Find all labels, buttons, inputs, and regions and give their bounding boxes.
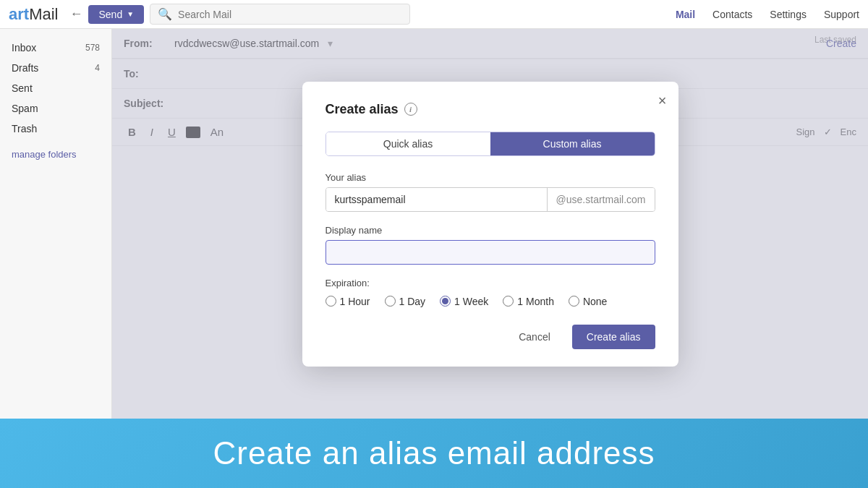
- nav-links: Mail Contacts Settings Support: [676, 9, 859, 20]
- trash-label: Trash: [12, 123, 37, 134]
- close-button[interactable]: ×: [658, 93, 667, 108]
- sidebar: Inbox 578 Drafts 4 Sent Spam Trash manag…: [0, 29, 112, 419]
- spam-label: Spam: [12, 103, 38, 114]
- expiration-none[interactable]: None: [569, 296, 607, 307]
- sent-label: Sent: [12, 82, 33, 94]
- quick-alias-tab[interactable]: Quick alias: [326, 132, 490, 155]
- alias-input-row: @use.startmail.com: [326, 187, 655, 212]
- banner-text: Create an alias email address: [213, 435, 655, 471]
- expiration-options: 1 Hour 1 Day 1 Week 1 Month: [326, 296, 655, 307]
- alias-domain: @use.startmail.com: [547, 188, 655, 211]
- bottom-banner: Create an alias email address: [0, 419, 868, 488]
- compose-area: Last saved From: rvdcdwecsw@use.startmai…: [112, 29, 868, 419]
- sidebar-item-trash[interactable]: Trash: [0, 119, 111, 139]
- expiration-1week-radio[interactable]: [440, 296, 451, 307]
- nav-mail[interactable]: Mail: [676, 9, 695, 20]
- manage-folders-link[interactable]: manage folders: [0, 145, 111, 164]
- send-button[interactable]: Send ▼: [88, 5, 144, 24]
- send-label: Send: [98, 9, 122, 20]
- brand-logo: artMail: [9, 5, 58, 24]
- search-bar: 🔍: [150, 4, 410, 25]
- expiration-1hour-radio[interactable]: [326, 296, 336, 307]
- dialog-footer: Cancel Create alias: [326, 325, 655, 349]
- expiration-none-radio[interactable]: [569, 296, 579, 307]
- create-alias-dialog: Create alias i × Quick alias Custom alia…: [302, 82, 678, 367]
- expiration-1day-radio[interactable]: [385, 296, 396, 307]
- main-layout: Inbox 578 Drafts 4 Sent Spam Trash manag…: [0, 29, 868, 419]
- sidebar-item-inbox[interactable]: Inbox 578: [0, 38, 111, 58]
- create-alias-button[interactable]: Create alias: [572, 325, 655, 349]
- send-chevron: ▼: [127, 10, 134, 18]
- sidebar-item-sent[interactable]: Sent: [0, 78, 111, 98]
- nav-support[interactable]: Support: [824, 9, 859, 20]
- drafts-label: Drafts: [12, 62, 38, 74]
- your-alias-label: Your alias: [326, 172, 655, 183]
- display-name-input[interactable]: [326, 240, 655, 265]
- sidebar-item-drafts[interactable]: Drafts 4: [0, 58, 111, 78]
- top-nav: artMail ← Send ▼ 🔍 Mail Contacts Setting…: [0, 0, 868, 29]
- modal-overlay: Create alias i × Quick alias Custom alia…: [112, 29, 868, 419]
- drafts-badge: 4: [95, 63, 100, 73]
- alias-input[interactable]: [326, 188, 547, 211]
- nav-settings[interactable]: Settings: [770, 9, 807, 20]
- search-input[interactable]: [178, 9, 402, 20]
- alias-type-tabs: Quick alias Custom alias: [326, 132, 655, 156]
- expiration-1day[interactable]: 1 Day: [385, 296, 426, 307]
- expiration-1week[interactable]: 1 Week: [440, 296, 488, 307]
- inbox-badge: 578: [85, 43, 100, 53]
- sidebar-item-spam[interactable]: Spam: [0, 98, 111, 119]
- dialog-title-row: Create alias i: [326, 102, 655, 117]
- expiration-1hour[interactable]: 1 Hour: [326, 296, 370, 307]
- display-name-label: Display name: [326, 225, 655, 236]
- expiration-1month-radio[interactable]: [503, 296, 514, 307]
- expiration-1month[interactable]: 1 Month: [503, 296, 554, 307]
- cancel-button[interactable]: Cancel: [506, 325, 563, 349]
- dialog-title-text: Create alias: [326, 102, 399, 117]
- custom-alias-tab[interactable]: Custom alias: [490, 132, 655, 155]
- nav-contacts[interactable]: Contacts: [712, 9, 752, 20]
- expiration-label: Expiration:: [326, 278, 655, 288]
- inbox-label: Inbox: [12, 42, 36, 53]
- back-button[interactable]: ←: [69, 7, 82, 22]
- search-icon: 🔍: [158, 7, 172, 21]
- info-icon[interactable]: i: [404, 103, 417, 116]
